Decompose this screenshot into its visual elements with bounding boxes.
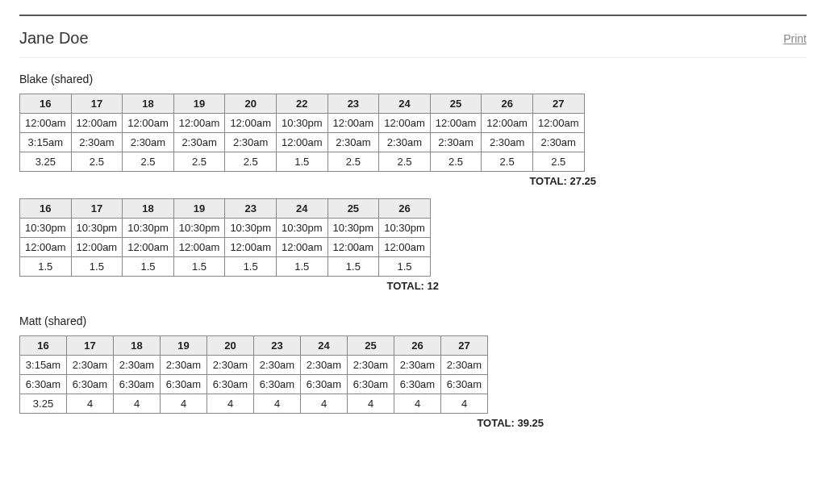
day-header: 19 — [173, 94, 225, 114]
page-title: Jane Doe — [19, 29, 89, 48]
table-row: 12:00am12:00am12:00am12:00am12:00am12:00… — [20, 238, 431, 257]
table-cell: 4 — [394, 394, 441, 414]
day-header: 23 — [327, 94, 379, 114]
table-cell: 6:30am — [254, 375, 301, 394]
schedule-table: 161718192022232425262712:00am12:00am12:0… — [19, 94, 585, 172]
table-cell: 2:30am — [430, 133, 482, 152]
table-cell: 3:15am — [20, 356, 67, 375]
table-cell: 6:30am — [207, 375, 254, 394]
day-header: 17 — [67, 336, 114, 356]
table-row: 3.25444444444 — [20, 394, 488, 414]
table-cell: 12:00am — [327, 114, 379, 133]
table-cell: 1.5 — [71, 257, 123, 277]
table-cell: 2:30am — [123, 133, 174, 152]
section-title: Blake (shared) — [19, 73, 807, 85]
table-header-row: 1617181920222324252627 — [20, 94, 585, 114]
table-cell: 4 — [301, 394, 348, 414]
table-cell: 2.5 — [123, 152, 174, 172]
table-cell: 2:30am — [482, 133, 533, 152]
table-cell: 4 — [254, 394, 301, 414]
schedule-section: Matt (shared)161718192023242526273:15am2… — [19, 314, 807, 429]
table-row: 3.252.52.52.52.51.52.52.52.52.52.5 — [20, 152, 585, 172]
table-cell: 2:30am — [225, 133, 277, 152]
table-cell: 4 — [161, 394, 207, 414]
section-title: Matt (shared) — [19, 314, 807, 327]
day-header: 27 — [441, 336, 488, 356]
table-cell: 10:30pm — [123, 219, 174, 238]
table-cell: 2.5 — [225, 152, 277, 172]
table-cell: 3.25 — [20, 394, 67, 414]
print-link[interactable]: Print — [783, 32, 807, 45]
table-total: TOTAL: 27.25 — [19, 175, 596, 187]
day-header: 18 — [114, 336, 161, 356]
day-header: 18 — [123, 199, 174, 219]
table-cell: 1.5 — [173, 257, 225, 277]
table-cell: 12:00am — [71, 114, 123, 133]
day-header: 25 — [430, 94, 482, 114]
table-cell: 10:30pm — [71, 219, 123, 238]
day-header: 24 — [276, 199, 327, 219]
header: Jane Doe Print — [19, 16, 807, 58]
day-header: 23 — [254, 336, 301, 356]
day-header: 17 — [71, 199, 123, 219]
table-cell: 2:30am — [348, 356, 394, 375]
day-header: 16 — [20, 94, 72, 114]
table-cell: 6:30am — [394, 375, 441, 394]
day-header: 20 — [225, 94, 277, 114]
table-header-row: 16171819202324252627 — [20, 336, 488, 356]
table-cell: 10:30pm — [379, 219, 431, 238]
table-cell: 1.5 — [327, 257, 379, 277]
day-header: 27 — [532, 94, 584, 114]
table-cell: 1.5 — [276, 152, 327, 172]
day-header: 25 — [327, 199, 379, 219]
table-cell: 12:00am — [276, 133, 327, 152]
table-cell: 2.5 — [327, 152, 379, 172]
table-cell: 2:30am — [254, 356, 301, 375]
table-cell: 6:30am — [67, 375, 114, 394]
day-header: 19 — [161, 336, 207, 356]
table-cell: 12:00am — [532, 114, 584, 133]
table-cell: 2:30am — [114, 356, 161, 375]
table-cell: 10:30pm — [276, 219, 327, 238]
table-row: 3:15am2:30am2:30am2:30am2:30am2:30am2:30… — [20, 356, 488, 375]
table-total: TOTAL: 39.25 — [19, 417, 544, 429]
table-cell: 6:30am — [301, 375, 348, 394]
schedule-table: 161718192023242526273:15am2:30am2:30am2:… — [19, 335, 488, 414]
day-header: 16 — [20, 336, 67, 356]
table-cell: 12:00am — [225, 114, 277, 133]
table-cell: 12:00am — [20, 238, 72, 257]
table-cell: 2.5 — [430, 152, 482, 172]
schedule-table-wrapper: 161718192324252610:30pm10:30pm10:30pm10:… — [19, 198, 807, 292]
table-header-row: 1617181923242526 — [20, 199, 431, 219]
table-cell: 12:00am — [173, 114, 225, 133]
day-header: 26 — [482, 94, 533, 114]
table-cell: 6:30am — [348, 375, 394, 394]
table-cell: 2:30am — [173, 133, 225, 152]
table-cell: 2:30am — [67, 356, 114, 375]
table-cell: 4 — [207, 394, 254, 414]
day-header: 26 — [394, 336, 441, 356]
day-header: 24 — [301, 336, 348, 356]
table-cell: 12:00am — [225, 238, 277, 257]
day-header: 24 — [379, 94, 431, 114]
table-cell: 1.5 — [379, 257, 431, 277]
day-header: 20 — [207, 336, 254, 356]
table-cell: 4 — [114, 394, 161, 414]
table-row: 3:15am2:30am2:30am2:30am2:30am12:00am2:3… — [20, 133, 585, 152]
table-cell: 12:00am — [276, 238, 327, 257]
table-cell: 12:00am — [327, 238, 379, 257]
table-cell: 12:00am — [482, 114, 533, 133]
table-cell: 2.5 — [173, 152, 225, 172]
table-cell: 3.25 — [20, 152, 72, 172]
table-cell: 12:00am — [430, 114, 482, 133]
table-cell: 1.5 — [20, 257, 72, 277]
day-header: 16 — [20, 199, 72, 219]
table-cell: 2:30am — [161, 356, 207, 375]
table-total: TOTAL: 12 — [19, 280, 439, 292]
table-cell: 4 — [441, 394, 488, 414]
table-cell: 2:30am — [379, 133, 431, 152]
table-cell: 2:30am — [71, 133, 123, 152]
table-cell: 1.5 — [123, 257, 174, 277]
schedule-table-wrapper: 161718192022232425262712:00am12:00am12:0… — [19, 94, 807, 187]
table-cell: 6:30am — [114, 375, 161, 394]
